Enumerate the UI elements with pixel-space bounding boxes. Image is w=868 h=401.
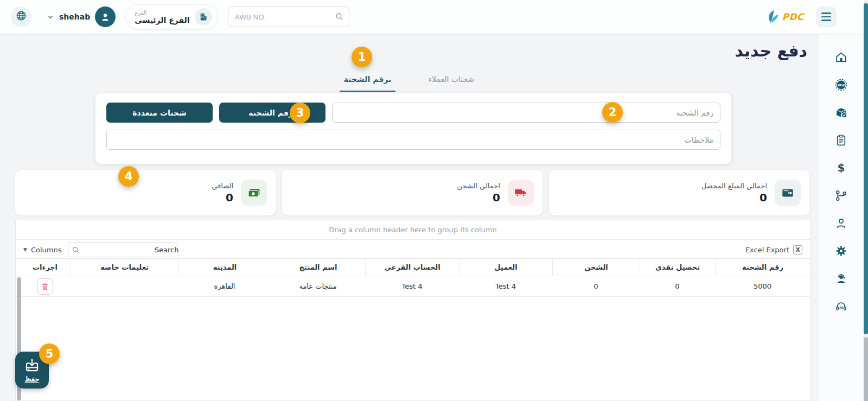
svg-text:NEW: NEW bbox=[838, 83, 845, 86]
columns-label: Columns bbox=[31, 246, 62, 254]
grid-search-input[interactable] bbox=[86, 246, 178, 254]
cell-client: Test 4 bbox=[459, 276, 552, 296]
cell-actions bbox=[20, 276, 70, 296]
stat-card-total-collected: اجمالي المبلغ المحصل 0 bbox=[549, 170, 809, 215]
cell-city: القاهرة bbox=[178, 276, 271, 296]
user-menu[interactable]: shehab bbox=[47, 7, 116, 27]
shipments-grid: Drag a column header here to group its c… bbox=[15, 220, 810, 401]
save-button-label: حفظ bbox=[25, 375, 40, 383]
stat-label: اجمالي المبلغ المحصل bbox=[701, 182, 767, 190]
wallet-icon bbox=[775, 180, 801, 206]
settings-gear-icon[interactable] bbox=[834, 244, 848, 258]
app-root: shehab الفرع الفرع الرئيسى bbox=[0, 0, 868, 401]
dropdown-arrow-icon: ▼ bbox=[23, 247, 27, 252]
grid-header-row: رقم الشحنة تحصيل نقدي الشحن العميل الحسا… bbox=[16, 258, 810, 276]
logo-leaf-icon bbox=[765, 9, 780, 25]
annotation-badge-1: 1 bbox=[352, 47, 372, 67]
trash-icon bbox=[41, 282, 49, 291]
main-content: دفع جديد شحنات العملاء برقم الشحنة برقم … bbox=[0, 34, 818, 401]
scrollbar-thumb[interactable] bbox=[864, 3, 868, 334]
person-icon bbox=[99, 11, 111, 23]
cash-icon bbox=[241, 180, 267, 206]
package-check-icon[interactable] bbox=[834, 105, 848, 119]
column-header-shipping[interactable]: الشحن bbox=[552, 259, 640, 276]
column-header-city[interactable]: المدينه bbox=[178, 259, 271, 276]
cell-sub-account: Test 4 bbox=[365, 276, 459, 296]
multiple-shipments-button[interactable]: شحنات متعددة bbox=[106, 103, 213, 123]
chevron-down-icon bbox=[47, 13, 54, 21]
shipment-number-input[interactable] bbox=[332, 103, 720, 123]
column-header-actions[interactable]: اجرءات bbox=[20, 259, 70, 276]
home-icon[interactable] bbox=[834, 50, 848, 64]
table-row: 5000 0 0 Test 4 Test 4 منتجات عامه القاه… bbox=[16, 276, 810, 297]
svg-text:AI: AI bbox=[839, 306, 843, 309]
excel-export-label: Excel Export bbox=[745, 246, 789, 254]
language-globe-button[interactable] bbox=[11, 7, 31, 27]
branch-selector[interactable]: الفرع الفرع الرئيسى bbox=[125, 4, 218, 29]
excel-file-icon: X bbox=[793, 245, 802, 254]
payment-form-card: برقم الشحنة شحنات متعددة bbox=[95, 93, 731, 164]
cell-special-instructions bbox=[70, 276, 178, 296]
branch-network-icon[interactable] bbox=[834, 188, 848, 202]
building-icon bbox=[195, 8, 212, 26]
group-panel-hint: Drag a column header here to group its c… bbox=[16, 220, 810, 240]
save-icon bbox=[24, 357, 40, 373]
awb-search-input[interactable] bbox=[228, 7, 349, 27]
support-agent-icon[interactable] bbox=[834, 271, 848, 285]
cell-shipment-number: 5000 bbox=[715, 276, 810, 296]
stat-card-total-shipping: اجمالي الشحن 0 bbox=[282, 170, 542, 215]
pdc-logo: PDC bbox=[765, 9, 804, 25]
column-header-special-instructions[interactable]: تعليمات خاصه bbox=[70, 259, 178, 276]
stat-card-net: الصافي 0 bbox=[15, 170, 276, 215]
branch-caption: الفرع bbox=[135, 10, 146, 16]
notes-input[interactable] bbox=[106, 130, 720, 150]
stat-label: اجمالي الشحن bbox=[457, 182, 500, 190]
annotation-badge-3: 3 bbox=[290, 103, 310, 123]
page-title: دفع جديد bbox=[735, 41, 807, 60]
scrollbar-track-end bbox=[864, 338, 868, 401]
stat-value: 0 bbox=[212, 191, 233, 204]
stat-value: 0 bbox=[457, 191, 500, 204]
sidebar-nav: NEW $ AI bbox=[818, 34, 864, 401]
annotation-badge-4: 4 bbox=[118, 166, 139, 187]
cell-cash-collection: 0 bbox=[640, 276, 715, 296]
clipboard-icon[interactable] bbox=[834, 133, 848, 147]
stat-value: 0 bbox=[701, 191, 767, 204]
annotation-badge-2: 2 bbox=[602, 102, 623, 123]
user-icon[interactable] bbox=[834, 216, 848, 230]
top-header: shehab الفرع الفرع الرئيسى bbox=[0, 0, 868, 34]
search-icon bbox=[72, 246, 80, 254]
column-header-cash-collection[interactable]: تحصيل نقدي bbox=[640, 259, 715, 276]
menu-toggle-button[interactable] bbox=[816, 7, 837, 27]
stat-label: الصافي bbox=[212, 182, 233, 190]
search-icon bbox=[335, 12, 344, 23]
new-badge-icon[interactable]: NEW bbox=[834, 78, 848, 92]
avatar bbox=[95, 7, 116, 27]
awb-search bbox=[228, 7, 349, 27]
svg-text:$: $ bbox=[838, 162, 845, 174]
page-scrollbar[interactable] bbox=[864, 0, 868, 401]
logo-text: PDC bbox=[782, 11, 804, 22]
grid-search bbox=[68, 243, 177, 257]
branch-name: الفرع الرئيسى bbox=[135, 16, 189, 24]
column-header-client[interactable]: العميل bbox=[459, 259, 552, 276]
grid-toolbar: ▼ Columns Excel Export X bbox=[16, 240, 810, 258]
cell-shipping: 0 bbox=[552, 276, 640, 296]
tab-customer-shipments[interactable]: شحنات العملاء bbox=[424, 73, 478, 92]
globe-icon bbox=[15, 10, 27, 24]
column-header-sub-account[interactable]: الحساب الفرعي bbox=[365, 259, 459, 276]
column-header-product-name[interactable]: اسم المنتج bbox=[271, 259, 365, 276]
ai-assistant-icon[interactable]: AI bbox=[834, 299, 848, 313]
dollar-icon[interactable]: $ bbox=[834, 161, 848, 175]
annotation-badge-5: 5 bbox=[39, 343, 60, 364]
cell-product-name: منتجات عامه bbox=[271, 276, 365, 296]
delete-row-button[interactable] bbox=[37, 278, 53, 295]
user-name: shehab bbox=[59, 12, 90, 21]
excel-export-button[interactable]: Excel Export X bbox=[745, 245, 802, 254]
tab-bar: شحنات العملاء برقم الشحنة bbox=[0, 73, 818, 92]
tab-by-shipment-number[interactable]: برقم الشحنة bbox=[340, 73, 396, 92]
hamburger-icon bbox=[821, 12, 831, 14]
column-chooser-button[interactable]: ▼ Columns bbox=[23, 246, 61, 254]
column-header-shipment-number[interactable]: رقم الشحنة bbox=[715, 259, 810, 276]
truck-icon bbox=[508, 180, 534, 206]
